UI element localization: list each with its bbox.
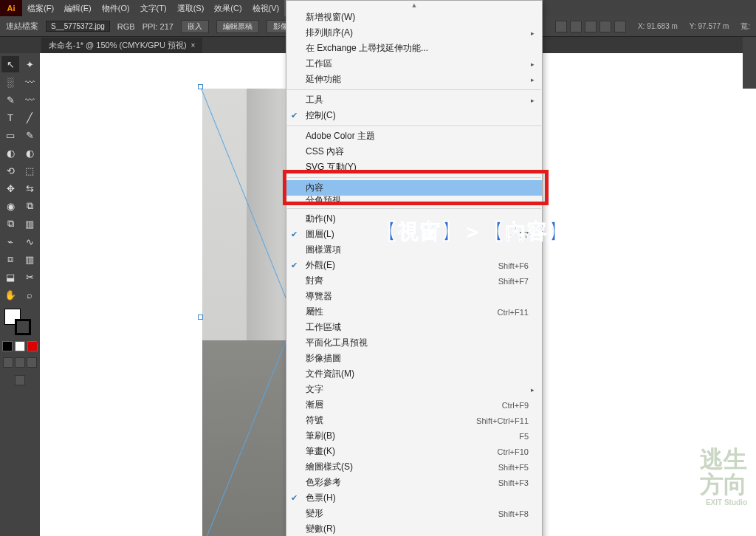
right-panel-dock[interactable] [743, 37, 756, 89]
magic-wand-tool[interactable]: ░ [1, 74, 19, 90]
menu-item[interactable]: 工作區域 [286, 320, 542, 335]
menu-item[interactable]: 內容 [286, 180, 542, 196]
stroke-swatch[interactable] [15, 319, 31, 335]
free-transform-tool[interactable]: ⇆ [21, 180, 38, 196]
menu-item[interactable]: 對齊Shift+F7 [286, 273, 542, 289]
scale-tool[interactable]: ⬚ [21, 162, 38, 179]
menu-item[interactable]: 在 Exchange 上尋找延伸功能... [286, 41, 542, 56]
menu-item[interactable]: 筆畫(K)Ctrl+F10 [286, 444, 542, 459]
menu-item[interactable]: 延伸功能 [286, 72, 542, 87]
document-tab[interactable]: 未命名-1* @ 150% (CMYK/GPU 預視) × [41, 38, 202, 53]
selection-handle[interactable] [198, 315, 203, 320]
shaper-tool[interactable]: ◐ [1, 145, 19, 161]
none-mode-icon[interactable] [27, 341, 38, 351]
color-mode-icon[interactable] [2, 341, 13, 351]
curvature-tool[interactable]: 〰 [21, 92, 38, 108]
menu-view[interactable]: 檢視(V) [247, 0, 285, 16]
menu-separator [287, 208, 541, 209]
perspective-tool[interactable]: ⧉ [21, 198, 38, 214]
fill-stroke-swatches[interactable] [1, 309, 38, 338]
rotate-tool[interactable]: ⟲ [1, 162, 19, 179]
menu-separator [287, 177, 541, 178]
artboard-tool[interactable]: ⬓ [1, 269, 19, 285]
direct-selection-tool[interactable]: ✦ [21, 56, 38, 72]
menu-item[interactable]: 繪圖樣式(S)Shift+F5 [286, 459, 542, 475]
align-icon[interactable] [585, 21, 597, 32]
eyedropper-tool[interactable]: ⌁ [1, 233, 19, 250]
edit-original-button[interactable]: 編輯原稿 [216, 20, 259, 33]
menu-item[interactable]: 分色預視 [286, 194, 542, 206]
gradient-tool[interactable]: ▥ [21, 216, 38, 232]
menu-item[interactable]: 影像描圖 [286, 351, 542, 366]
lasso-tool[interactable]: 〰 [21, 74, 38, 90]
draw-inside-icon[interactable] [27, 357, 37, 368]
menu-item[interactable]: 漸層Ctrl+F9 [286, 397, 542, 413]
align-icon[interactable] [555, 21, 567, 32]
menu-item[interactable]: 符號Shift+Ctrl+F11 [286, 413, 542, 428]
symbol-tool[interactable]: ⧈ [1, 251, 19, 267]
menu-item-label: 平面化工具預視 [306, 337, 368, 349]
blend-tool[interactable]: ∿ [21, 233, 38, 250]
transform-icon[interactable] [614, 21, 626, 32]
menu-item[interactable]: ✔圖層(L)F7 [286, 227, 542, 242]
menu-shortcut: F5 [519, 432, 529, 441]
menu-item-label: 影像描圖 [306, 352, 341, 365]
menu-edit[interactable]: 編輯(E) [59, 0, 97, 16]
menu-item[interactable]: 平面化工具預視 [286, 335, 542, 351]
menu-item[interactable]: SVG 互動(Y) [286, 159, 542, 175]
rectangle-tool[interactable]: ▭ [1, 127, 19, 143]
menu-item[interactable]: 工具 [286, 92, 542, 108]
menu-item[interactable]: 變形Shift+F8 [286, 506, 542, 521]
menu-item[interactable]: ✔控制(C) [286, 108, 542, 123]
menu-item[interactable]: 排列順序(A) [286, 25, 542, 41]
align-icon[interactable] [570, 21, 582, 32]
menu-item[interactable]: CSS 內容 [286, 144, 542, 159]
mesh-tool[interactable]: ⧉ [1, 216, 19, 232]
menu-item[interactable]: 文件資訊(M) [286, 366, 542, 382]
paintbrush-tool[interactable]: ✎ [21, 127, 38, 143]
menu-shortcut: Shift+Ctrl+F11 [476, 416, 529, 425]
menu-item[interactable]: 屬性Ctrl+F11 [286, 304, 542, 320]
hand-tool[interactable]: ✋ [1, 286, 19, 303]
menu-item[interactable]: 導覽器 [286, 289, 542, 304]
menu-item[interactable]: 新增視窗(W) [286, 10, 542, 25]
menu-item[interactable]: 變數(R) [286, 521, 542, 536]
menu-item[interactable]: 色彩參考Shift+F3 [286, 475, 542, 490]
menu-item[interactable]: 文字 [286, 382, 542, 397]
graph-tool[interactable]: ▥ [21, 251, 38, 267]
width-tool[interactable]: ✥ [1, 180, 19, 196]
selection-handle[interactable] [198, 84, 203, 89]
menu-effect[interactable]: 效果(C) [209, 0, 247, 16]
menu-file[interactable]: 檔案(F) [22, 0, 59, 16]
type-tool[interactable]: T [1, 109, 19, 126]
tab-title: 未命名-1* @ 150% (CMYK/GPU 預視) [49, 40, 187, 51]
menu-object[interactable]: 物件(O) [97, 0, 135, 16]
menu-item[interactable]: ✔色票(H) [286, 490, 542, 506]
menu-type[interactable]: 文字(T) [135, 0, 172, 16]
embed-button[interactable]: 嵌入 [181, 20, 209, 33]
linked-filename[interactable]: S__5775372.jpg [46, 21, 110, 32]
draw-normal-icon[interactable] [3, 357, 13, 368]
line-tool[interactable]: ╱ [21, 109, 38, 126]
menu-shortcut: Shift+F5 [498, 463, 529, 472]
draw-behind-icon[interactable] [15, 357, 25, 368]
menu-item[interactable]: 圖樣選項 [286, 242, 542, 258]
eraser-tool[interactable]: ◐ [21, 145, 38, 161]
menu-item[interactable]: ✔外觀(E)Shift+F6 [286, 258, 542, 273]
zoom-tool[interactable]: ⌕ [21, 286, 38, 303]
selection-tool[interactable]: ↖ [1, 56, 19, 72]
gradient-mode-icon[interactable] [15, 341, 25, 351]
menu-item[interactable]: Adobe Color 主題 [286, 128, 542, 144]
align-icon[interactable] [599, 21, 611, 32]
menu-item[interactable]: 動作(N) [286, 211, 542, 227]
slice-tool[interactable]: ✂ [21, 269, 38, 285]
menu-select[interactable]: 選取(S) [172, 0, 210, 16]
align-icons[interactable] [555, 21, 626, 32]
screen-mode-icon[interactable] [15, 375, 25, 385]
menu-item[interactable]: 筆刷(B)F5 [286, 428, 542, 444]
close-icon[interactable]: × [191, 41, 196, 49]
scroll-up-icon[interactable]: ▲ [286, 1, 542, 10]
pen-tool[interactable]: ✎ [1, 92, 19, 108]
shape-builder-tool[interactable]: ◉ [1, 198, 19, 214]
menu-item[interactable]: 工作區 [286, 56, 542, 72]
